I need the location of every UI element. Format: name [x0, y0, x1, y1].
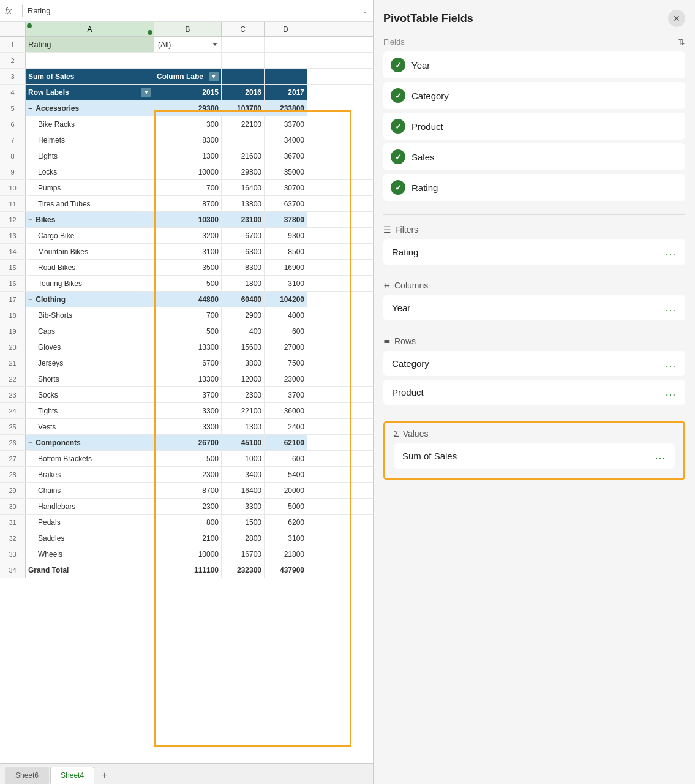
formula-input[interactable]: Rating — [28, 6, 357, 15]
row-num-header — [0, 22, 26, 36]
field-check-category: ✓ — [391, 88, 405, 103]
value-item-sum-of-sales[interactable]: Sum of Sales … — [394, 443, 675, 469]
row-num: 9 — [0, 164, 26, 179]
cell-comp-2015: 26700 — [154, 435, 222, 450]
cell-acc-2015: 29300 — [154, 100, 222, 116]
col-header-a[interactable]: A — [26, 22, 154, 36]
sort-icon[interactable]: ⇅ — [678, 37, 685, 47]
close-panel-button[interactable]: ✕ — [668, 10, 685, 27]
row-num: 26 — [0, 435, 26, 450]
formula-chevron-icon[interactable]: ⌄ — [362, 7, 368, 15]
field-item-product[interactable]: ✓ Product — [383, 113, 685, 140]
cell-2d — [265, 53, 307, 68]
field-item-sales[interactable]: ✓ Sales — [383, 143, 685, 170]
tab-sheet6[interactable]: Sheet6 — [5, 767, 49, 784]
cell-val-d: 4000 — [265, 307, 307, 323]
table-row: 22 Shorts 13300 12000 23000 — [0, 371, 373, 387]
cell-val-c: 1800 — [222, 276, 265, 291]
cell-val-d: 7500 — [265, 355, 307, 371]
filter-rating-options-icon[interactable]: … — [665, 246, 677, 258]
column-label-text: Column Labe — [157, 72, 203, 81]
collapse-icon[interactable]: − — [28, 216, 32, 224]
cell-val-c: 1500 — [222, 514, 265, 530]
row-item-product[interactable]: Product … — [383, 380, 685, 405]
collapse-icon[interactable]: − — [28, 439, 32, 447]
add-sheet-button[interactable]: + — [96, 767, 113, 784]
cell-val-c: 2300 — [222, 387, 265, 402]
cell-row-labels[interactable]: Row Labels ▼ — [26, 85, 154, 100]
table-row: 19 Caps 500 400 600 — [0, 323, 373, 339]
table-row: 3 Sum of Sales Column Labe ▼ — [0, 69, 373, 85]
table-row: 1 Rating (All) — [0, 37, 373, 53]
panel-header: PivotTable Fields ✕ — [383, 10, 685, 27]
cell-val-d: 63700 — [265, 196, 307, 211]
cell-val-d: 36700 — [265, 148, 307, 164]
table-row: 5 − Accessories 29300 103700 233800 — [0, 100, 373, 116]
cell-val-b: 800 — [154, 514, 222, 530]
cell-product-name: Shorts — [26, 371, 154, 386]
cell-rating-label: Rating — [26, 37, 154, 52]
cell-val-c: 22100 — [222, 403, 265, 418]
column-year-options-icon[interactable]: … — [665, 301, 677, 314]
column-item-year[interactable]: Year … — [383, 295, 685, 320]
table-row: 4 Row Labels ▼ 2015 2016 2017 — [0, 85, 373, 100]
cell-val-d: 20000 — [265, 483, 307, 498]
field-item-category[interactable]: ✓ Category — [383, 82, 685, 109]
row-labels-dropdown-btn[interactable]: ▼ — [141, 88, 151, 97]
field-item-year[interactable]: ✓ Year — [383, 51, 685, 78]
table-row: 12 − Bikes 10300 23100 37800 — [0, 212, 373, 228]
column-dropdown-btn[interactable]: ▼ — [209, 72, 219, 81]
cell-column-label[interactable]: Column Labe ▼ — [154, 69, 222, 84]
collapse-icon[interactable]: − — [28, 295, 32, 304]
row-num: 25 — [0, 419, 26, 434]
columns-area-section: ⧺ Columns Year … — [383, 281, 685, 324]
filter-all-text: (All) — [158, 40, 171, 49]
table-row: 16 Touring Bikes 500 1800 3100 — [0, 276, 373, 292]
cell-comp-2017: 62100 — [265, 435, 307, 450]
cell-val-d: 5400 — [265, 467, 307, 482]
cell-val-b: 8700 — [154, 483, 222, 498]
table-row: 26 − Components 26700 45100 62100 — [0, 435, 373, 451]
cell-grand-total-2015: 111100 — [154, 562, 222, 578]
row-product-options-icon[interactable]: … — [665, 386, 677, 399]
cell-val-d: 27000 — [265, 339, 307, 355]
col-header-b[interactable]: B — [154, 22, 222, 36]
row-num: 33 — [0, 546, 26, 562]
cell-val-b: 10000 — [154, 164, 222, 179]
cell-val-d: 600 — [265, 451, 307, 466]
cell-val-b: 10000 — [154, 546, 222, 562]
rows-icon: ≣ — [383, 336, 391, 346]
field-item-rating[interactable]: ✓ Rating — [383, 174, 685, 201]
fields-label: Fields — [383, 37, 405, 47]
rows-area-section: ≣ Rows Category … Product … — [383, 336, 685, 409]
column-headers: A B C D — [0, 22, 373, 37]
row-item-category[interactable]: Category … — [383, 351, 685, 376]
collapse-icon[interactable]: − — [28, 104, 32, 113]
cell-clothing-2016: 60400 — [222, 292, 265, 307]
cell-product-name: Locks — [26, 164, 154, 179]
cell-val-d: 3100 — [265, 530, 307, 546]
cell-val-c: 1300 — [222, 419, 265, 434]
col-header-d[interactable]: D — [265, 22, 307, 36]
filter-dropdown-arrow-icon[interactable] — [212, 43, 217, 46]
cell-val-c: 3300 — [222, 499, 265, 514]
value-sum-of-sales-options-icon[interactable]: … — [655, 450, 666, 462]
cell-val-d: 600 — [265, 323, 307, 339]
row-num: 31 — [0, 514, 26, 530]
cell-product-name: Mountain Bikes — [26, 244, 154, 259]
row-category-options-icon[interactable]: … — [665, 357, 677, 370]
cell-val-b: 700 — [154, 180, 222, 195]
filters-area-title: Filters — [395, 225, 418, 235]
cell-filter-value[interactable]: (All) — [154, 37, 222, 52]
cell-clothing-2017: 104200 — [265, 292, 307, 307]
cell-comp-2016: 45100 — [222, 435, 265, 450]
col-header-c[interactable]: C — [222, 22, 265, 36]
cell-val-d: 34000 — [265, 132, 307, 148]
tab-sheet4[interactable]: Sheet4 — [50, 767, 94, 784]
cell-val-b: 3700 — [154, 387, 222, 402]
row-num: 20 — [0, 339, 26, 355]
filter-item-rating[interactable]: Rating … — [383, 239, 685, 265]
cell-val-c: 29800 — [222, 164, 265, 179]
cell-val-b: 500 — [154, 451, 222, 466]
table-row: 32 Saddles 2100 2800 3100 — [0, 530, 373, 546]
